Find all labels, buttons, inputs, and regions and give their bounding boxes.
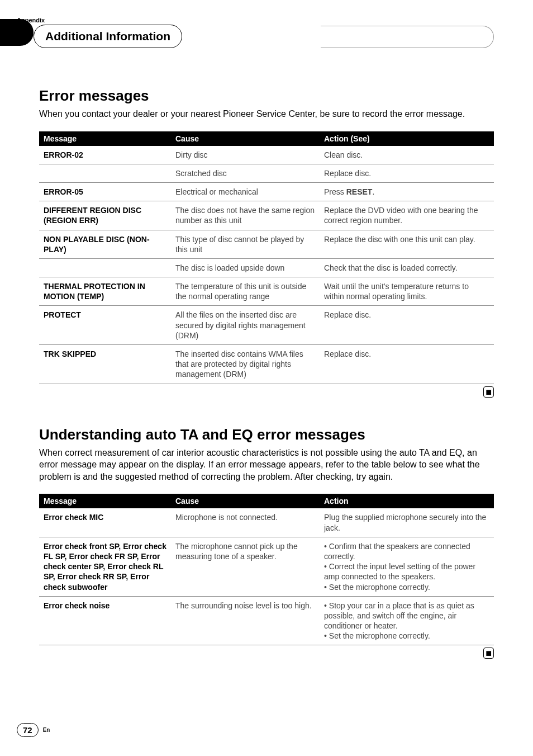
end-mark-1: ■ [39,386,494,398]
table-row: PROTECTAll the files on the inserted dis… [39,306,494,345]
table-row: The disc is loaded upside downCheck that… [39,258,494,277]
page-number: 72 [17,723,39,737]
table-row: ERROR-05Electrical or mechanicalPress RE… [39,182,494,201]
section2-title: Understanding auto TA and EQ error messa… [39,426,494,443]
error-table-2: Message Cause Action Error check MICMicr… [39,494,494,645]
table-row: Error check MICMicrophone is not connect… [39,508,494,537]
th-message: Message [39,131,171,146]
page-header-title: Additional Information [34,25,182,48]
section2-intro: When correct measurement of car interior… [39,447,494,483]
section1-intro: When you contact your dealer or your nea… [39,108,494,120]
error-table-1: Message Cause Action (See) ERROR-02Dirty… [39,131,494,384]
page-footer: 72 En [17,723,50,737]
section-tab [0,19,34,46]
th-cause: Cause [171,494,320,508]
th-message: Message [39,494,171,508]
th-action: Action (See) [320,131,494,146]
table-row: Error check front SP, Error check FL SP,… [39,537,494,596]
table-row: Error check noiseThe surrounding noise l… [39,596,494,645]
lang-label: En [43,727,50,733]
appendix-label: Appendix [17,17,494,23]
table-row: THERMAL PROTECTION IN MOTION (TEMP)The t… [39,277,494,306]
table-row: ERROR-02Dirty discClean disc. [39,146,494,164]
th-action: Action [320,494,494,508]
table-row: Scratched discReplace disc. [39,164,494,182]
end-mark-2: ■ [39,648,494,659]
section1-title: Error messages [39,87,494,105]
th-cause: Cause [171,131,320,146]
table-row: DIFFERENT REGION DISC (REGION ERR)The di… [39,201,494,230]
table-row: TRK SKIPPEDThe inserted disc contains WM… [39,345,494,384]
header-decor [321,26,494,48]
table-row: NON PLAYABLE DISC (NON-PLAY)This type of… [39,230,494,258]
